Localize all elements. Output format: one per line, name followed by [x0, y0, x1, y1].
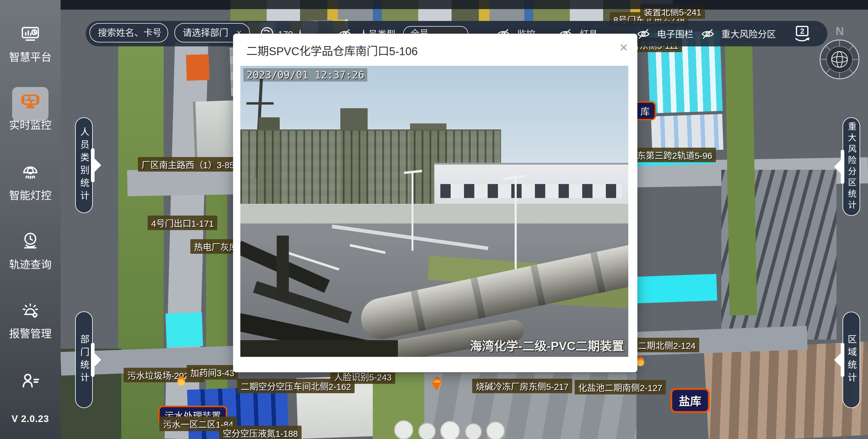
map-pool — [165, 312, 203, 347]
sidebar-item-track-query[interactable]: 轨迹查询 — [0, 231, 61, 271]
map-building — [651, 114, 723, 152]
tab-expand-arrow-icon — [834, 159, 841, 174]
map-terrain-shape — [725, 42, 757, 315]
alarm-icon — [20, 300, 41, 321]
sidebar-item-smart-light[interactable]: 智能灯控 — [0, 162, 61, 202]
camera-modal: 二期SPVC化学品仓库南门口5-106 × — [233, 34, 638, 372]
sidebar-item-label: 智慧平台 — [0, 49, 61, 64]
sidebar-item-alarm-management[interactable]: 报警管理 — [0, 300, 61, 341]
north-label: N — [829, 25, 850, 38]
cam-structure — [246, 102, 274, 105]
fence-label: 电子围栏 — [657, 28, 693, 41]
cam-lamp-pole — [515, 178, 517, 269]
sidebar-item-label: 实时监控 — [0, 116, 61, 132]
map-label[interactable]: 空分空压液氮1-188 — [219, 426, 302, 439]
tab-expand-arrow-icon — [94, 158, 101, 173]
modal-title: 二期SPVC化学品仓库南门口5-106 — [246, 42, 417, 59]
map-label[interactable]: 化盐池二期南侧2-127 — [575, 380, 666, 394]
tab-label: 区域统计 — [845, 334, 858, 385]
alarm-flame-icon — [177, 376, 185, 386]
risk-zone-eye-slash-icon[interactable] — [701, 27, 715, 41]
close-icon[interactable]: × — [619, 40, 628, 54]
cam-steel-beam — [277, 236, 289, 299]
camera-feed: 2023/09/01 12:37:26 海湾化学-二级-PVC二期装置 — [240, 66, 628, 357]
sidebar: 智慧平台 实时监控 智能灯控 轨迹查询 — [0, 0, 61, 439]
map-top-edge — [0, 0, 868, 9]
camera-timestamp: 2023/09/01 12:37:26 — [243, 68, 367, 82]
map-label[interactable]: 厂区南主路西（1）3-85 — [138, 157, 238, 172]
search-field[interactable] — [89, 23, 168, 42]
alarm-flame-icon — [637, 356, 644, 366]
tab-department-stats[interactable]: 部门统计 — [75, 311, 93, 408]
map-label[interactable]: 东第三跨2轨道5-96 — [633, 148, 716, 162]
app-version: V 2.0.23 — [0, 413, 61, 425]
cam-steel-beam — [240, 340, 398, 357]
map-tank — [486, 421, 505, 439]
compass-control[interactable] — [819, 39, 860, 80]
tab-area-stats[interactable]: 区域统计 — [842, 312, 860, 408]
map-tank — [394, 420, 413, 439]
map-label[interactable]: 二期北侧2-124 — [634, 338, 699, 352]
tab-personnel-category-stats[interactable]: 人员类别统计 — [75, 117, 93, 213]
fence-eye-slash-icon[interactable] — [637, 27, 650, 41]
sidebar-item-smart-platform[interactable]: 智慧平台 — [0, 24, 61, 64]
person-list-icon — [20, 371, 41, 391]
dashboard-monitor-icon — [20, 24, 40, 44]
camera-watermark: 海湾化学-二级-PVC二期装置 — [470, 336, 624, 354]
map-tank — [465, 423, 482, 439]
sidebar-item-label: 报警管理 — [0, 325, 61, 341]
search-input[interactable] — [98, 28, 161, 38]
tab-label: 人员类别统计 — [77, 127, 91, 203]
map-tank — [418, 422, 436, 439]
svg-text:2: 2 — [800, 27, 804, 35]
department-select-value: 请选择部门 — [183, 26, 228, 39]
smart-light-icon — [20, 162, 41, 182]
map-building — [186, 54, 210, 81]
cam-ground — [240, 204, 628, 225]
realtime-monitor-icon — [20, 91, 41, 112]
cam-building-windows — [440, 184, 622, 198]
map-label[interactable]: 加药间3-43 — [187, 365, 238, 380]
tab-expand-arrow-icon — [94, 353, 101, 367]
cam-lamp-pole — [411, 172, 413, 251]
map-label[interactable]: 4号门出口1-171 — [148, 215, 217, 230]
tab-label: 部门统计 — [77, 334, 91, 385]
sidebar-item-realtime-monitor[interactable]: 实时监控 — [0, 91, 61, 132]
map-label[interactable]: 盐库 — [671, 388, 710, 413]
map-pool — [636, 274, 717, 303]
map-pin-icon — [432, 383, 441, 390]
tab-label: 重大风险分区统计 — [845, 122, 858, 212]
tab-risk-zone-stats[interactable]: 重大风险分区统计 — [842, 117, 860, 216]
track-query-icon — [20, 231, 41, 252]
map-tank — [440, 421, 460, 439]
sidebar-item-label: 轨迹查询 — [0, 256, 61, 271]
map-label[interactable]: 烧碱冷冻厂房东侧5-217 — [472, 379, 572, 393]
view-2d-toggle-icon[interactable]: 2 — [794, 25, 812, 43]
tab-expand-arrow-icon — [834, 353, 841, 367]
risk-zone-label: 重大风险分区 — [721, 28, 776, 41]
sidebar-item-personnel[interactable] — [0, 371, 61, 391]
sidebar-item-label: 智能灯控 — [0, 187, 61, 202]
